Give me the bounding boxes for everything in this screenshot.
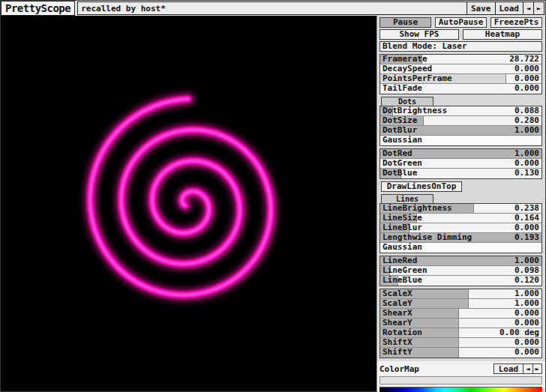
colormap-name-field[interactable] [380,376,542,385]
slider-pointsperframe[interactable]: PointsPerFrame0.000 [380,74,542,84]
slider-label: LineRed [382,256,417,265]
slider-linered[interactable]: LineRed1.000 [380,256,542,266]
slider-label: LineBrightness [382,204,452,213]
slider-label: DotBlue [382,169,417,178]
load-button[interactable]: Load [495,2,524,14]
slider-label: DotRed [382,149,412,158]
slider-tailfade[interactable]: TailFade0.000 [380,84,542,94]
slider-label: Lengthwise Dimming [382,233,472,242]
slider-value: 1.000 [514,289,539,298]
slider-rotation[interactable]: Rotation0.00 deg [380,328,542,338]
slider-linegreen[interactable]: LineGreen0.098 [380,266,542,276]
slider-value: 0.000 [514,348,539,357]
slider-label: LineGreen [382,266,428,275]
slider-value: 0.000 [514,159,539,168]
slider-label: ScaleX [382,289,412,298]
prev-preset-icon[interactable]: ◄ [523,2,533,14]
slider-value: 0.164 [514,214,539,223]
show-fps-button[interactable]: Show FPS [380,29,459,40]
colormap-section: ColorMap Load ◄ ► [377,361,545,392]
drawlinesontop-button[interactable]: DrawLinesOnTop [381,181,462,192]
slider-value: 0.088 [514,106,539,115]
slider-value: 0.000 [514,64,539,73]
slider-group: Framerate28.722DecaySpeed0.000PointsPerF… [380,54,542,94]
colormap-spacer [419,364,494,374]
slider-group: LineBrightness0.238LineSize0.164LineBlur… [380,203,542,253]
slider-label: ShearY [382,319,412,328]
select-gaussian[interactable]: Gaussian [380,136,542,145]
slider-value: 28.722 [509,55,539,64]
slider-decayspeed[interactable]: DecaySpeed0.000 [380,64,542,74]
colormap-prev-icon[interactable]: ◄ [524,364,532,374]
slider-group: ScaleX1.000ScaleY1.000ShearX0.000ShearY0… [380,289,542,358]
session-name-field[interactable]: recalled by host* [78,2,466,14]
slider-dotgreen[interactable]: DotGreen0.000 [380,159,542,169]
slider-dotbrightness[interactable]: DotBrightness0.088 [380,106,542,116]
slider-blocks: Framerate28.722DecaySpeed0.000PointsPerF… [380,54,542,361]
freezepts-button[interactable]: FreezePts [490,17,542,28]
titlebar: PrettyScope recalled by host* Save Load … [1,1,545,16]
scope-canvas[interactable] [1,16,376,391]
slider-value: 0.000 [514,338,539,347]
slider-dotred[interactable]: DotRed1.000 [380,149,542,159]
slider-label: TailFade [382,84,422,93]
slider-label: DotBrightness [382,106,447,115]
save-button[interactable]: Save [466,2,495,14]
slider-value: 1.000 [514,126,539,135]
slider-group: LineRed1.000LineGreen0.098LineBlue0.120 [380,256,542,286]
control-panel: Pause AutoPause FreezePts Show FPS Heatm… [376,16,545,391]
playback-button-row: Pause AutoPause FreezePts [380,17,542,28]
slider-label: PointsPerFrame [382,74,452,83]
slider-label: LineBlue [382,276,422,285]
slider-value: 0.000 [514,319,539,328]
slider-value: 1.000 [514,299,539,308]
slider-label: DotSize [382,116,417,125]
prettyscope-window: PrettyScope recalled by host* Save Load … [0,0,546,392]
slider-shiftx[interactable]: ShiftX0.000 [380,338,542,348]
slider-value: 0.238 [514,204,539,213]
slider-sheary[interactable]: ShearY0.000 [380,319,542,328]
slider-dotblur[interactable]: DotBlur1.000 [380,126,542,136]
pause-button[interactable]: Pause [380,17,431,28]
app-title: PrettyScope [1,1,75,16]
slider-value: 0.098 [514,266,539,275]
slider-label: Gaussian [382,136,422,145]
select-gaussian[interactable]: Gaussian [380,243,542,253]
slider-label: Framerate [382,55,428,64]
slider-framerate[interactable]: Framerate28.722 [380,55,542,64]
slider-linebrightness[interactable]: LineBrightness0.238 [380,204,542,214]
slider-shearx[interactable]: ShearX0.000 [380,309,542,319]
autopause-button[interactable]: AutoPause [435,17,487,28]
slider-linesize[interactable]: LineSize0.164 [380,214,542,223]
slider-lengthwise-dimming[interactable]: Lengthwise Dimming0.193 [380,233,542,243]
slider-label: ShiftX [382,338,412,347]
slider-value: 0.130 [514,169,539,178]
slider-label: ShiftY [382,348,412,357]
heatmap-button[interactable]: Heatmap [463,29,542,40]
slider-dotblue[interactable]: DotBlue0.130 [380,169,542,178]
colormap-load-button[interactable]: Load [494,364,524,374]
colormap-next-icon[interactable]: ► [533,364,542,374]
next-preset-icon[interactable]: ► [533,2,544,14]
slider-lineblur[interactable]: LineBlur0.000 [380,223,542,233]
tab-dots[interactable]: Dots [381,97,434,106]
tab-lines[interactable]: Lines [381,194,434,203]
slider-dotsize[interactable]: DotSize0.280 [380,116,542,126]
main-area: Pause AutoPause FreezePts Show FPS Heatm… [1,16,545,391]
blend-mode-select[interactable]: Blend Mode: Laser [380,41,542,52]
slider-scaley[interactable]: ScaleY1.000 [380,299,542,309]
slider-scalex[interactable]: ScaleX1.000 [380,289,542,299]
slider-value: 0.000 [514,74,539,83]
slider-label: Gaussian [382,243,422,252]
slider-value: 1.000 [514,149,539,158]
slider-label: DotBlur [382,126,417,135]
slider-shifty[interactable]: ShiftY0.000 [380,348,542,358]
slider-label: ScaleY [382,299,412,308]
titlebar-strip: recalled by host* Save Load ◄ ► [77,1,544,15]
slider-label: LineBlur [382,223,422,232]
slider-label: Rotation [382,328,422,337]
slider-lineblue[interactable]: LineBlue0.120 [380,276,542,286]
slider-value: 0.000 [514,223,539,232]
colormap-gradient[interactable] [380,387,542,392]
slider-value: 0.000 [514,309,539,318]
